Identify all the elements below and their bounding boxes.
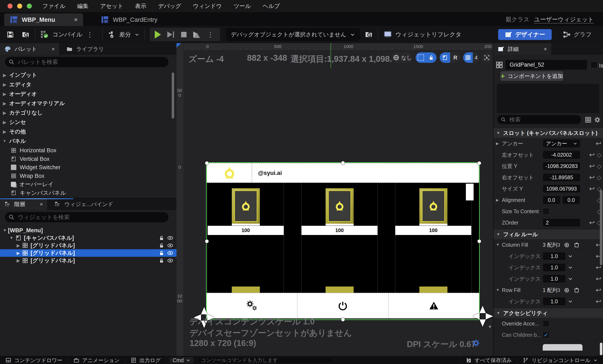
selected-widget-preview[interactable]: @syui.ai 100 100 <box>207 163 479 319</box>
chevron-down-icon[interactable] <box>568 299 573 304</box>
menu-file[interactable]: ファイル <box>42 2 66 10</box>
skip-icon[interactable] <box>193 31 200 38</box>
step-icon[interactable] <box>167 31 174 38</box>
expand-arrow-icon[interactable]: ▶ <box>0 92 9 96</box>
collapse-arrow-icon[interactable]: ▼ <box>496 288 502 292</box>
revision-control-button[interactable]: リビジョンコントロール <box>517 356 603 364</box>
close-icon[interactable]: × <box>40 201 43 208</box>
details-search[interactable] <box>497 115 581 124</box>
alignment-x-input[interactable]: 0.0 <box>543 196 560 204</box>
lock-icon[interactable] <box>159 243 164 248</box>
play-icon[interactable] <box>155 31 161 38</box>
palette-item-widget-switcher[interactable]: Widget Switcher <box>0 163 172 172</box>
collapse-arrow-icon[interactable]: ▼ <box>496 243 502 247</box>
lock-icon[interactable] <box>159 258 164 263</box>
tree-row-canvas-panel[interactable]: ▼ [キャンバスパネル] <box>0 234 176 242</box>
debug-object-dropdown[interactable]: デバッグオブジェクトが選択されていません <box>226 28 360 41</box>
traffic-light-zoom[interactable] <box>27 4 32 9</box>
palette-category-synth[interactable]: ▶シンセ <box>0 117 172 127</box>
dpi-settings-gear-icon[interactable] <box>472 339 480 347</box>
index-value-input[interactable]: 1.0 <box>543 275 566 283</box>
tree-row-grid-panel-3[interactable]: ▶ [グリッドパネル] <box>0 257 176 264</box>
trash-icon[interactable] <box>574 242 580 248</box>
menu-view[interactable]: 表示 <box>135 2 146 10</box>
close-icon[interactable]: × <box>544 46 547 52</box>
alignment-y-input[interactable]: 0.0 <box>562 196 580 204</box>
menu-help[interactable]: ヘルプ <box>263 2 280 10</box>
widget-reflector-button[interactable]: ウィジェットリフレクタ <box>383 30 462 39</box>
palette-category-audio-material[interactable]: ▶オーディオマテリアル <box>0 99 172 108</box>
tree-row-grid-panel-1[interactable]: ▶ [グリッドパネル] <box>0 242 176 249</box>
console-command-input[interactable]: コンソールコマンドを入力します <box>197 357 333 364</box>
chevron-down-icon[interactable] <box>568 254 573 259</box>
lock-icon[interactable] <box>159 250 164 256</box>
palette-item-canvas-panel[interactable]: キャンバスパネル <box>0 189 172 197</box>
details-search-input[interactable] <box>509 116 578 123</box>
hierarchy-search-input[interactable] <box>17 214 165 221</box>
browse-debug-icon[interactable] <box>365 30 373 39</box>
designer-viewport[interactable]: 0 500 1000 1500 200 500 0 1000 ズーム -4 88… <box>176 43 493 356</box>
is-variable-checkbox[interactable] <box>591 62 597 68</box>
expand-arrow-icon[interactable]: ▶ <box>15 251 21 256</box>
collapse-arrow-icon[interactable]: ▼ <box>0 139 9 143</box>
add-element-icon[interactable]: ⊕ <box>564 241 569 249</box>
designer-mode-button[interactable]: デザイナー <box>498 29 552 40</box>
revert-icon[interactable]: ↩ <box>596 140 601 147</box>
play-options-kebab-icon[interactable]: ⋮ <box>207 31 214 38</box>
bind-diamond-icon[interactable]: ◇ <box>597 152 601 158</box>
compile-button[interactable]: コンパイル <box>40 30 82 39</box>
palette-category-audio[interactable]: ▶オーディオ <box>0 89 172 99</box>
tab-widget-bind[interactable]: ウィジェ...バインド <box>50 198 118 210</box>
resize-handle-top-right[interactable] <box>477 161 481 165</box>
details-scrollbar[interactable] <box>600 190 602 265</box>
resize-handle-bottom-center[interactable] <box>341 318 345 321</box>
parent-class-link[interactable]: ユーザーウィジェット <box>534 16 594 23</box>
menu-asset[interactable]: アセット <box>100 2 124 10</box>
section-accessibility[interactable]: ▼アクセシビリティ <box>494 308 603 318</box>
override-accessible-checkbox[interactable] <box>543 320 549 327</box>
revert-icon[interactable]: ↩ <box>589 173 595 181</box>
expand-arrow-icon[interactable]: ▶ <box>0 129 9 134</box>
visibility-eye-icon[interactable] <box>167 250 173 256</box>
palette-item-wrap-box[interactable]: Wrap Box <box>0 172 172 180</box>
add-element-icon[interactable]: ⊕ <box>564 286 569 294</box>
menu-tools[interactable]: ツール <box>234 2 251 10</box>
palette-item-horizontal-box[interactable]: Horizontal Box <box>0 146 172 154</box>
palette-category-editor[interactable]: ▶エディタ <box>0 80 172 89</box>
save-icon[interactable] <box>6 31 14 38</box>
zorder-input[interactable]: 2 <box>543 218 580 227</box>
menu-edit[interactable]: 編集 <box>77 2 89 10</box>
stop-icon[interactable] <box>181 32 186 37</box>
revert-icon[interactable]: ↩ <box>596 275 601 283</box>
revert-icon[interactable]: ↩ <box>589 219 595 227</box>
expand-arrow-icon[interactable]: ▶ <box>0 120 9 125</box>
visibility-eye-icon[interactable] <box>167 258 173 263</box>
palette-item-vertical-box[interactable]: Vertical Box <box>0 155 172 163</box>
palette-category-other[interactable]: ▶その他 <box>0 127 172 136</box>
palette-item-overlay[interactable]: オーバーレイ <box>0 180 172 188</box>
output-log-button[interactable]: 出力ログ <box>125 356 166 364</box>
expand-arrow-icon[interactable]: ▶ <box>15 258 21 263</box>
bind-diamond-icon[interactable]: ◇ <box>597 174 601 181</box>
pos-y-input[interactable]: -1098.290283 <box>543 162 580 170</box>
display-filter-icon[interactable] <box>585 117 591 123</box>
section-fill-rules[interactable]: ▼フィル ルール <box>494 230 603 239</box>
expand-arrow-icon[interactable]: ▶ <box>496 198 502 202</box>
section-slot[interactable]: ▼スロット (キャンバスパネルスロット) <box>494 128 603 138</box>
animation-button[interactable]: アニメーション <box>68 356 125 364</box>
menu-debug[interactable]: デバッグ <box>158 2 181 10</box>
settings-gear-icon[interactable] <box>594 117 601 123</box>
compile-options-kebab-icon[interactable]: ⋮ <box>86 31 93 38</box>
tab-details[interactable]: 詳細 × <box>494 43 551 55</box>
details-scrollbar-thumb[interactable] <box>600 343 602 355</box>
revert-icon[interactable]: ↩ <box>589 162 595 170</box>
diff-button[interactable]: 差分 <box>108 30 139 39</box>
widget-name-input[interactable]: GridPanel_52 <box>505 59 587 70</box>
index-value-input[interactable]: 1.0 <box>543 252 566 260</box>
palette-category-panel[interactable]: ▼パネル <box>0 136 172 146</box>
visibility-eye-icon[interactable] <box>167 243 173 248</box>
graph-mode-button[interactable]: グラフ <box>563 29 592 40</box>
index-value-input[interactable]: 1.0 <box>543 263 566 272</box>
bind-diamond-icon[interactable]: ◇ <box>597 163 601 170</box>
tab-wbp-menu[interactable]: WBP_Menu × <box>4 13 83 26</box>
